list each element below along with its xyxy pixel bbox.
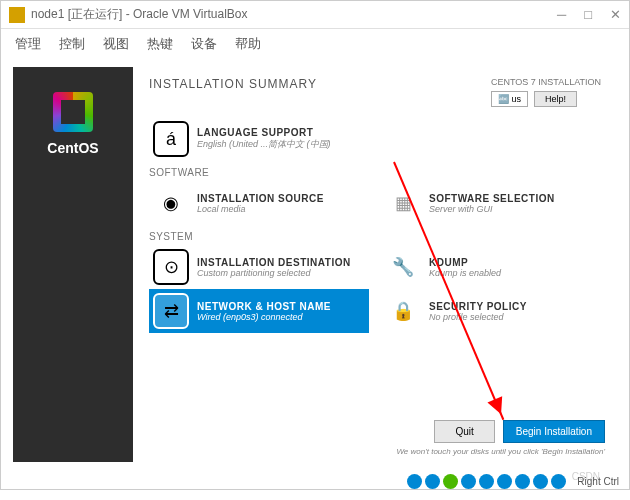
main-panel: INSTALLATION SUMMARY CENTOS 7 INSTALLATI… bbox=[133, 67, 617, 462]
menu-help[interactable]: 帮助 bbox=[235, 35, 261, 53]
cpu-icon[interactable] bbox=[533, 474, 548, 489]
language-icon: á bbox=[153, 121, 189, 157]
installation-source-item[interactable]: ◉ INSTALLATION SOURCE Local media bbox=[149, 181, 369, 225]
app-icon bbox=[9, 7, 25, 23]
software-selection-item[interactable]: ▦ SOFTWARE SELECTION Server with GUI bbox=[381, 181, 601, 225]
mouse-icon[interactable] bbox=[551, 474, 566, 489]
disc-icon: ◉ bbox=[153, 185, 189, 221]
language-support-item[interactable]: á LANGUAGE SUPPORT English (United ...简体… bbox=[149, 117, 601, 161]
statusbar: Right Ctrl bbox=[1, 470, 629, 492]
kdump-item[interactable]: 🔧 KDUMP Kdump is enabled bbox=[381, 245, 601, 289]
menu-devices[interactable]: 设备 bbox=[191, 35, 217, 53]
software-section-label: SOFTWARE bbox=[149, 167, 601, 178]
network-hostname-item[interactable]: ⇄ NETWORK & HOST NAME Wired (enp0s3) con… bbox=[149, 289, 369, 333]
disk-icon: ⊙ bbox=[153, 249, 189, 285]
system-section-label: SYSTEM bbox=[149, 231, 601, 242]
menu-control[interactable]: 控制 bbox=[59, 35, 85, 53]
centos-logo-icon bbox=[53, 92, 93, 132]
brand-label: CentOS bbox=[47, 140, 98, 156]
keyboard-indicator[interactable]: 🔤 us bbox=[491, 91, 528, 107]
begin-installation-button[interactable]: Begin Installation bbox=[503, 420, 605, 443]
vm-screen: CentOS INSTALLATION SUMMARY CENTOS 7 INS… bbox=[13, 67, 617, 462]
network-status-icon[interactable] bbox=[443, 474, 458, 489]
footer-note: We won't touch your disks until you clic… bbox=[263, 447, 605, 456]
network-icon: ⇄ bbox=[153, 293, 189, 329]
security-policy-item[interactable]: 🔒 SECURITY POLICY No profile selected bbox=[381, 289, 601, 333]
hdd-icon[interactable] bbox=[407, 474, 422, 489]
menu-hotkeys[interactable]: 热键 bbox=[147, 35, 173, 53]
recording-icon[interactable] bbox=[515, 474, 530, 489]
shared-folder-icon[interactable] bbox=[479, 474, 494, 489]
titlebar: node1 [正在运行] - Oracle VM VirtualBox ─ □ … bbox=[1, 1, 629, 29]
window-title: node1 [正在运行] - Oracle VM VirtualBox bbox=[31, 6, 557, 23]
maximize-button[interactable]: □ bbox=[584, 7, 592, 22]
help-button[interactable]: Help! bbox=[534, 91, 577, 107]
sidebar: CentOS bbox=[13, 67, 133, 462]
menubar: 管理 控制 视图 热键 设备 帮助 bbox=[1, 29, 629, 59]
wrench-icon: 🔧 bbox=[385, 249, 421, 285]
usb-icon[interactable] bbox=[461, 474, 476, 489]
menu-view[interactable]: 视图 bbox=[103, 35, 129, 53]
optical-icon[interactable] bbox=[425, 474, 440, 489]
close-button[interactable]: ✕ bbox=[610, 7, 621, 22]
page-title: INSTALLATION SUMMARY bbox=[149, 77, 317, 91]
subtitle: CENTOS 7 INSTALLATION bbox=[491, 77, 601, 87]
installation-destination-item[interactable]: ⊙ INSTALLATION DESTINATION Custom partit… bbox=[149, 245, 369, 289]
menu-manage[interactable]: 管理 bbox=[15, 35, 41, 53]
minimize-button[interactable]: ─ bbox=[557, 7, 566, 22]
watermark: CSDN bbox=[572, 471, 600, 482]
lock-icon: 🔒 bbox=[385, 293, 421, 329]
display-icon[interactable] bbox=[497, 474, 512, 489]
quit-button[interactable]: Quit bbox=[434, 420, 494, 443]
